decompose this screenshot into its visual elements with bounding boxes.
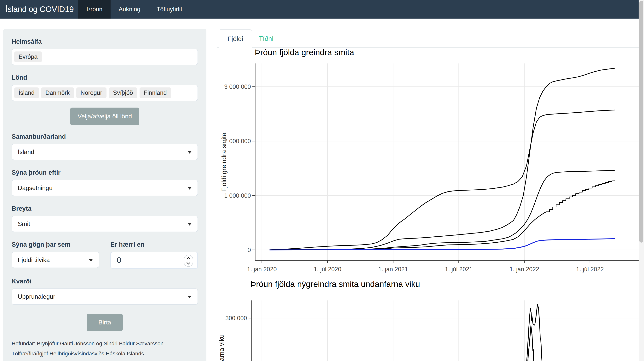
nav-item-throun[interactable]: Þróun [78, 0, 110, 19]
variable-group: Breyta Smit [12, 205, 198, 232]
svg-text:0: 0 [248, 247, 251, 253]
chevron-down-icon [188, 296, 192, 298]
svg-text:1 000 000: 1 000 000 [224, 192, 251, 199]
statistics-credit: Tölfræðiráðgjöf Heilbrigðisvísindasviðs … [12, 350, 198, 357]
show-by-group: Sýna þróun eftir Dagsetningu [12, 169, 198, 196]
svg-text:1. júl 2022: 1. júl 2022 [576, 266, 604, 273]
svg-text:1. júl 2020: 1. júl 2020 [314, 266, 341, 273]
comparison-group: Samanburðarland Ísland [12, 133, 198, 160]
nav-item-aukning[interactable]: Aukning [110, 0, 148, 19]
number-spinner[interactable] [184, 255, 193, 267]
chart-tabbar: Fjöldi Tíðni [217, 30, 640, 48]
cases-cumulative-chart: 01 000 0002 000 0003 000 0001. jan 20201… [212, 58, 644, 284]
sidebar-panel: Heimsálfa Evrópa Lönd ÍslandDanmörkNoreg… [3, 29, 206, 361]
continent-label: Heimsálfa [12, 38, 198, 45]
weekly-new-cases-chart: 300 000 [212, 290, 644, 361]
chevron-down-icon [89, 259, 93, 262]
spinner-up-icon[interactable] [186, 257, 190, 261]
comparison-label: Samanburðarland [12, 133, 198, 140]
show-by-select[interactable]: Dagsetningu [12, 180, 198, 196]
chevron-down-icon [188, 187, 192, 190]
countries-input[interactable]: ÍslandDanmörkNoregurSvíþjóðFinnland [12, 85, 198, 101]
chart2-title: Þróun fjölda nýgreindra smita undanfarna… [250, 279, 420, 289]
tab-fjoldi[interactable]: Fjöldi [218, 30, 252, 48]
page-scrollbar-track[interactable] [638, 0, 644, 361]
country-tag[interactable]: Ísland [14, 88, 39, 98]
svg-text:2 000 000: 2 000 000 [224, 138, 251, 145]
app-title: Ísland og COVID19 [0, 0, 78, 19]
continent-tag[interactable]: Evrópa [14, 52, 42, 62]
filter-row: Sýna gögn þar sem Fjöldi tilvika Er hærr… [12, 241, 198, 269]
show-by-label: Sýna þróun eftir [12, 169, 198, 176]
chart1-title: Þróun fjölda greindra smita [255, 48, 354, 57]
higher-than-input[interactable]: 0 [110, 252, 198, 269]
country-tag[interactable]: Danmörk [41, 88, 74, 98]
higher-than-label: Er hærri en [110, 241, 198, 248]
continent-input[interactable]: Evrópa [12, 49, 198, 65]
scale-label: Kvarði [12, 278, 198, 285]
nav-item-tofluyfirlit[interactable]: Töfluyfirlit [148, 0, 190, 19]
submit-button[interactable]: Birta [87, 314, 123, 331]
svg-text:3 000 000: 3 000 000 [224, 83, 251, 90]
comparison-select[interactable]: Ísland [12, 144, 198, 160]
page-scrollbar-thumb[interactable] [639, 1, 643, 243]
countries-group: Lönd ÍslandDanmörkNoregurSvíþjóðFinnland [12, 74, 198, 101]
filter-label: Sýna gögn þar sem [12, 241, 99, 248]
higher-than-value: 0 [117, 256, 121, 265]
authors-credit: Höfundar: Brynjófur Gauti Jónsson og Sin… [12, 340, 198, 347]
navbar: Ísland og COVID19 Þróun Aukning Töfluyfi… [0, 0, 638, 19]
comparison-value: Ísland [18, 148, 34, 155]
chevron-down-icon [188, 223, 192, 226]
svg-text:1. jan 2020: 1. jan 2020 [247, 266, 276, 273]
svg-text:1. jan 2022: 1. jan 2022 [510, 266, 539, 273]
spinner-down-icon[interactable] [186, 261, 190, 264]
higher-than-group: Er hærri en 0 [110, 241, 198, 269]
countries-label: Lönd [12, 74, 198, 81]
filter-select[interactable]: Fjöldi tilvika [12, 252, 99, 268]
country-tag[interactable]: Noregur [76, 88, 106, 98]
svg-text:1. júl 2021: 1. júl 2021 [445, 266, 472, 273]
variable-value: Smit [18, 220, 30, 227]
tab-tidni[interactable]: Tíðni [250, 30, 282, 48]
chevron-down-icon [188, 151, 192, 154]
scale-group: Kvarði Upprunalegur [12, 278, 198, 305]
continent-group: Heimsálfa Evrópa [12, 38, 198, 65]
scale-select[interactable]: Upprunalegur [12, 288, 198, 305]
variable-select[interactable]: Smit [12, 216, 198, 232]
svg-text:300 000: 300 000 [225, 315, 247, 321]
toggle-all-countries-button[interactable]: Velja/afvelja öll lönd [70, 108, 139, 125]
scale-value: Upprunalegur [18, 293, 55, 300]
filter-value: Fjöldi tilvika [18, 256, 50, 263]
show-by-value: Dagsetningu [18, 184, 52, 191]
svg-text:1. jan 2021: 1. jan 2021 [378, 266, 408, 273]
filter-group: Sýna gögn þar sem Fjöldi tilvika [12, 241, 99, 269]
country-tag[interactable]: Svíþjóð [109, 88, 137, 98]
country-tag[interactable]: Finnland [140, 88, 171, 98]
variable-label: Breyta [12, 205, 198, 212]
